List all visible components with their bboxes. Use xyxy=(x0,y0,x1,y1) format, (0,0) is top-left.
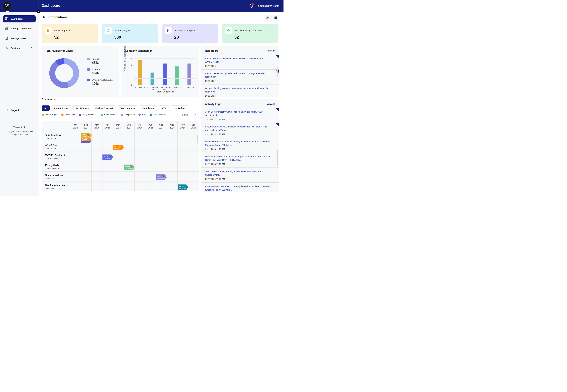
reminder-text: Budget planning Mtg new parent-level doc… xyxy=(205,87,273,93)
rights-reserved: All Rights Reserved xyxy=(0,133,39,136)
users-icon xyxy=(5,36,9,41)
filter-tab-tax-returns[interactable]: Tax Returns xyxy=(73,105,91,111)
month-year: 2024 xyxy=(116,126,121,129)
legend-swatch xyxy=(101,113,103,116)
reminders-scrollbar[interactable] xyxy=(277,67,278,77)
sidebar-collapse-button[interactable]: ‹ xyxy=(37,9,41,14)
logout-button[interactable]: Logout xyxy=(5,108,19,112)
stat-card-total-employees: Total Employees300 xyxy=(102,24,158,43)
y-tick-label: 2 xyxy=(131,77,132,80)
app-root: Dashboard james@gmail.com LOGO ‹ Dashboa… xyxy=(0,0,283,196)
month-header-nov: Nov2024 xyxy=(177,121,188,132)
month-header-jul: Jul2024 xyxy=(134,121,145,132)
legend-label: Annual Report xyxy=(45,113,58,116)
legend-label: User Defined xyxy=(153,113,165,116)
gantt-parent-link[interactable]: XYZ Ireland Ltd xyxy=(45,157,66,160)
activity-log-item[interactable]: Emma Wilson (System Accountant) deleted … xyxy=(201,138,279,153)
logout-icon xyxy=(5,108,9,112)
gantt-parent-link[interactable]: XYZ UK Ltd xyxy=(45,138,61,140)
activity-log-text: Emma Wilson (System Accountant) deleted … xyxy=(205,140,273,147)
activity-log-item[interactable]: System Auto-Check: Compliance deadline f… xyxy=(201,123,279,138)
app-version: Version: 2.0.1 xyxy=(0,126,39,129)
sidebar-item-label: Dashboard xyxy=(11,18,23,20)
activity-log-item[interactable]: John Doe (Company Admin) added a new sub… xyxy=(201,168,279,182)
user-email[interactable]: james@gmail.com xyxy=(258,4,279,8)
month-header-sep: Sep2024 xyxy=(156,121,166,132)
status-dropdown[interactable]: Status xyxy=(180,112,199,117)
y-tick-label: 6 xyxy=(131,64,132,66)
companies-icon xyxy=(5,27,9,31)
tree-view-button[interactable] xyxy=(264,15,272,21)
month-header-aug: Aug2024 xyxy=(145,121,156,132)
corner-flag xyxy=(276,55,279,58)
document-type-legend: Annual ReportTax ReturnsBudget ForecastB… xyxy=(42,113,165,116)
filter-tab-sox[interactable]: SOX xyxy=(159,105,169,111)
legend-label: Internal xyxy=(92,58,99,60)
filter-tab-user-defined[interactable]: User Defined xyxy=(170,105,189,111)
filter-tab-all[interactable]: All xyxy=(42,105,50,111)
activity-logs-view-all-link[interactable]: View All xyxy=(267,103,275,105)
stat-card-value: 20 xyxy=(174,35,215,40)
reminder-item[interactable]: Budget planning Mtg new parent-level doc… xyxy=(201,84,279,97)
gantt-event-chip-outstanding[interactable]: Sep 22Outstanding xyxy=(156,174,167,180)
gridline xyxy=(134,58,195,59)
legend-swatch xyxy=(79,113,81,116)
gantt-event-chip-due-on[interactable]: May 25Due on xyxy=(113,145,124,150)
activity-logs-scrollbar[interactable] xyxy=(277,150,278,166)
list-view-button[interactable] xyxy=(272,15,279,21)
month-name: Jul xyxy=(138,124,141,126)
gantt-parent-link[interactable]: XYZ France Sari xyxy=(45,168,60,170)
doc-legend-item: Annual Report xyxy=(42,113,58,116)
calendar-alert-icon xyxy=(162,175,164,178)
gantt-row-krusty-krab: Krusty KrabXYZ France SariJun 24Outstand… xyxy=(42,162,199,172)
gantt-event-chip-completed[interactable]: Nov 24Completed xyxy=(178,184,188,190)
calendar-alert-icon xyxy=(87,134,89,137)
dashboard-icon xyxy=(5,17,9,21)
gantt-event-chip-outstanding[interactable]: Jun 24Outstanding xyxy=(124,165,135,170)
users-chart-card: Total Number of Users Internal45%Externa… xyxy=(42,46,119,97)
legend-swatch xyxy=(150,113,152,116)
reminder-item[interactable]: Ireland Stat Accs (External Accountant) … xyxy=(201,55,279,70)
reminder-item[interactable]: Ireland Tax Return uploaded a document: … xyxy=(201,70,279,84)
legend-label: Compliance xyxy=(124,113,135,116)
filter-tab-annual-report[interactable]: Annual Report xyxy=(51,105,72,111)
gantt-event-chip-completed[interactable]: Apr 24Completed xyxy=(102,154,113,160)
month-name: Dec xyxy=(192,124,195,126)
activity-log-item[interactable]: Michael Brown (Internal Accountant) upda… xyxy=(201,153,279,168)
gantt-scrollbar[interactable] xyxy=(197,135,198,143)
gantt-event-chip-outstanding[interactable]: Feb 28Outstanding xyxy=(81,133,92,138)
stat-card-total-companies: Total Companies52 xyxy=(42,24,98,43)
filter-tab-budget-forecast[interactable]: Budget Forecast xyxy=(93,105,115,111)
sidebar-item-dashboard[interactable]: Dashboard xyxy=(3,15,36,22)
sidebar-item-manage-users[interactable]: Manage Users xyxy=(3,35,36,42)
gantt-parent-link[interactable]: Jones Ltd xyxy=(45,187,65,190)
month-header-apr: Apr2024 xyxy=(102,121,113,132)
filter-tab-board-minutes[interactable]: Board Minutes xyxy=(117,105,138,111)
users-chart-legend: Internal45%External45%System Accountants… xyxy=(87,58,112,86)
legend-swatch xyxy=(42,113,44,116)
y-tick-label: 0 xyxy=(131,84,132,86)
gantt-parent-link[interactable]: Smith Ltd xyxy=(45,177,63,180)
bar-chart-plot: 02468 xyxy=(134,58,195,85)
reminder-text: Ireland Stat Accs (External Accountant) … xyxy=(205,57,273,64)
gantt-company-name: Krusty Krab xyxy=(45,164,60,167)
activity-log-item[interactable]: Emma Wilson (System Accountant) deleted … xyxy=(201,182,279,192)
gantt-parent-link[interactable]: XYZ UK Ltd xyxy=(45,148,58,150)
filter-tab-compliance[interactable]: Compliance xyxy=(139,105,157,111)
legend-swatch xyxy=(138,113,140,116)
month-year: 2024 xyxy=(137,126,142,129)
legend-swatch xyxy=(87,68,90,70)
notifications-button[interactable] xyxy=(249,4,254,8)
activity-log-item[interactable]: John Doe (Company Admin) added a new sub… xyxy=(201,108,279,123)
activity-log-text: Michael Brown (Internal Accountant) upda… xyxy=(205,155,273,162)
sidebar-item-manage-companies[interactable]: Manage Companies xyxy=(3,25,36,32)
month-year: 2024 xyxy=(191,126,196,129)
reminder-date: 29-11-2024 xyxy=(205,65,273,67)
activity-log-date: 29-11-2024 11:18 AM xyxy=(205,148,273,150)
sidebar-item-settings[interactable]: Settings xyxy=(3,45,36,52)
users-chart-title: Total Number of Users xyxy=(45,49,73,52)
month-name: Jan xyxy=(74,124,77,126)
sidebar-item-label: Manage Companies xyxy=(11,27,32,30)
reminders-view-all-link[interactable]: View All xyxy=(267,49,275,52)
doc-legend-item: Board Minutes xyxy=(101,113,117,116)
